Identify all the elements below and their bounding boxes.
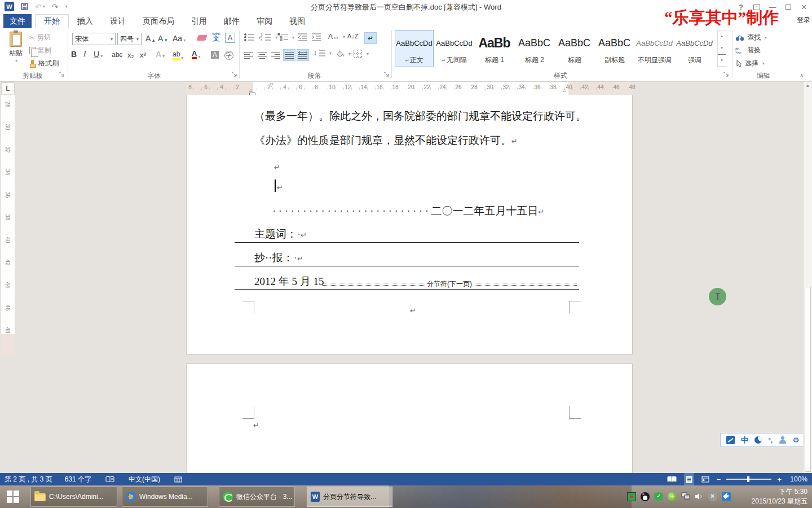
align-right-button[interactable] <box>270 49 282 61</box>
ribbon-tab[interactable]: 审阅 <box>248 14 281 28</box>
style-card[interactable]: AaBbCcDd 强调 <box>675 30 714 67</box>
vertical-ruler[interactable]: 2830323436384042444648 <box>0 95 16 439</box>
empty-paragraph[interactable]: ↵ <box>253 419 259 432</box>
ribbon-tab[interactable]: 设计 <box>102 14 134 28</box>
ribbon-tab[interactable]: 插入 <box>69 14 102 28</box>
print-layout-button[interactable] <box>684 473 694 485</box>
gear-icon[interactable]: ⚙ <box>793 436 800 444</box>
phonetic-guide-button[interactable]: wén文 <box>212 32 220 41</box>
empty-paragraph[interactable]: ↵ <box>274 160 280 174</box>
tray-app-icon[interactable] <box>627 492 636 501</box>
sort-button[interactable]: A↓Z <box>347 33 359 40</box>
collapse-ribbon-icon[interactable]: ∧ <box>800 72 804 78</box>
font-size-combo[interactable]: 四号▾ <box>117 33 142 45</box>
zoom-slider-thumb[interactable] <box>747 476 749 482</box>
disabled-status-icon[interactable] <box>708 492 717 501</box>
issue-date-line[interactable]: 2012 年 5 月 15 <box>254 275 324 288</box>
strikethrough-button[interactable]: abc <box>112 51 122 59</box>
vertical-scrollbar[interactable]: ▲ <box>803 82 812 473</box>
restore-button[interactable] <box>780 0 796 14</box>
clear-formatting-button[interactable] <box>197 33 206 41</box>
shrink-font-button[interactable]: A▼ <box>158 34 168 43</box>
zoom-in-button[interactable]: + <box>777 475 782 484</box>
ribbon-tab[interactable]: 引用 <box>183 14 215 28</box>
numbering-button[interactable]: 1.2.3.▾ <box>261 33 277 42</box>
language-indicator[interactable]: 中文(中国) <box>129 475 160 484</box>
change-case-button[interactable]: Aa▾ <box>173 34 186 43</box>
tab-file[interactable]: 文件 <box>3 14 32 28</box>
ime-punctuation-icon[interactable]: °, <box>769 437 773 444</box>
horizontal-ruler[interactable]: 8642 24681012141618202224262830323436384… <box>186 82 633 95</box>
volume-icon[interactable] <box>695 492 704 501</box>
hanging-indent-marker[interactable]: ⌂ <box>249 87 253 93</box>
shading-button[interactable]: ▾ <box>334 49 351 58</box>
page-1[interactable]: （最多一年）。除此之外，国务院部委的部门规章不能设定行政许可。 《办法》的性质是… <box>186 95 633 354</box>
superscript-button[interactable]: x² <box>140 51 146 59</box>
style-card[interactable]: AaBb 标题 1 <box>475 30 514 67</box>
clipboard-dialog-launcher-icon[interactable] <box>59 71 65 78</box>
show-hide-marks-toggle[interactable]: ↵ <box>364 32 377 44</box>
find-button[interactable]: 查找▾ <box>735 33 767 42</box>
zoom-slider[interactable] <box>726 479 771 480</box>
ribbon-tab[interactable]: 开始 <box>35 14 69 28</box>
ribbon-tab[interactable]: 视图 <box>281 14 314 28</box>
character-shading-button[interactable]: A <box>211 51 219 59</box>
align-left-button[interactable] <box>242 49 255 61</box>
subscript-button[interactable]: x₂ <box>127 51 134 59</box>
zoom-level[interactable]: 100% <box>787 475 807 483</box>
style-card[interactable]: AaBbCcDd ↵正文 <box>395 30 434 67</box>
bullets-button[interactable]: ▾ <box>244 33 261 42</box>
justify-button[interactable] <box>283 49 295 61</box>
select-button[interactable]: 选择▾ <box>735 59 765 68</box>
empty-paragraph[interactable]: ↵ <box>277 181 283 194</box>
network-icon[interactable] <box>681 492 690 501</box>
styles-dialog-launcher-icon[interactable] <box>723 71 730 78</box>
page-indicator[interactable]: 第 2 页 , 共 3 页 <box>5 475 52 484</box>
page-2[interactable]: ↵ <box>186 364 633 473</box>
character-border-button[interactable]: A <box>225 33 235 43</box>
underline-button[interactable]: U▾ <box>94 50 103 59</box>
paste-dropdown-icon[interactable]: ▾ <box>15 58 17 63</box>
grow-font-button[interactable]: A▲ <box>145 34 156 43</box>
action-center-icon[interactable] <box>722 492 731 501</box>
ime-user-icon[interactable] <box>779 436 786 444</box>
ribbon-tab[interactable]: 邮件 <box>215 14 248 28</box>
asian-layout-button[interactable]: A↔▾ <box>328 33 345 41</box>
scrollbar-thumb[interactable] <box>805 287 811 472</box>
paragraph-dialog-launcher-icon[interactable] <box>383 71 390 78</box>
italic-button[interactable]: I <box>83 50 86 59</box>
taskbar-button-media-player[interactable]: Windows Media... <box>122 487 208 507</box>
proofing-status-icon[interactable] <box>104 473 116 485</box>
bold-button[interactable]: B <box>71 50 77 59</box>
style-card[interactable]: AaBbCcDd ↵无间隔 <box>435 30 474 67</box>
replace-button[interactable]: abac 替换 <box>735 46 761 55</box>
footer-paragraph[interactable]: ↵ <box>410 305 416 317</box>
ime-language-mode[interactable]: 中 <box>741 435 748 445</box>
read-mode-button[interactable] <box>665 473 678 485</box>
taskbar-button-word[interactable]: W 分页分节符导致... <box>307 487 392 507</box>
style-card[interactable]: AaBbC 标题 2 <box>515 30 554 67</box>
font-dialog-launcher-icon[interactable] <box>231 71 238 78</box>
borders-button[interactable]: ▾ <box>353 49 369 58</box>
date-line[interactable]: ··························二〇一二年五月十五日↵ <box>272 205 544 218</box>
line-spacing-button[interactable]: ↕ ▾ <box>314 49 332 57</box>
paragraph-text[interactable]: 《办法》的性质是部门规章，显然不能设定行政许可。↵ <box>254 134 518 148</box>
security-shield-icon[interactable] <box>654 492 663 501</box>
distribute-button[interactable] <box>297 49 309 61</box>
style-card[interactable]: AaBbC 标题 <box>555 30 594 67</box>
enclose-characters-button[interactable]: 字 <box>224 51 233 60</box>
gallery-up-icon[interactable]: ▲ <box>718 30 726 42</box>
right-indent-marker[interactable]: ⌂ <box>563 87 566 93</box>
section-break[interactable]: 分节符(下一页) <box>322 279 577 289</box>
format-painter-button[interactable]: 格式刷 <box>29 59 59 68</box>
subject-line[interactable]: 主题词：·↵ <box>254 228 307 242</box>
multilevel-list-button[interactable]: ▾ <box>277 33 294 42</box>
style-card[interactable]: AaBbC 副标题 <box>595 30 634 67</box>
web-layout-button[interactable] <box>700 473 711 485</box>
insert-mode-icon[interactable] <box>173 473 184 485</box>
decrease-indent-button[interactable] <box>298 33 308 42</box>
first-line-indent-marker[interactable]: ▽ <box>270 82 273 87</box>
gallery-more-icon[interactable]: ▼ <box>718 54 726 67</box>
text-highlight-button[interactable]: ab▾ <box>173 51 183 60</box>
taskbar-clock[interactable]: 下午 5:30 2015/10/23 星期五 <box>743 487 807 506</box>
